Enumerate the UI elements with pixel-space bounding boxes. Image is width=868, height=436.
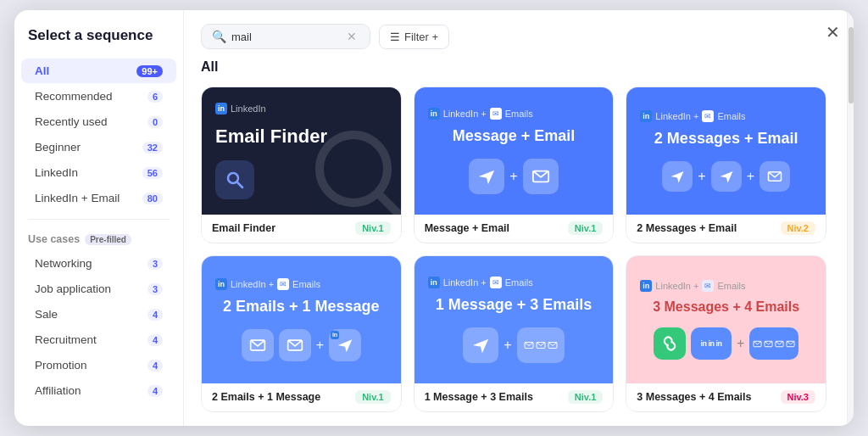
email-icon [523, 159, 559, 194]
plus-icon: + [698, 169, 705, 184]
email-icon: ✉ [490, 277, 502, 288]
search-bar: 🔍 ✕ ☰ Filter + [201, 24, 830, 49]
send-icon [463, 327, 498, 363]
prefilled-badge: Pre-filled [85, 234, 131, 245]
card-footer: Email Finder Niv.1 [202, 215, 401, 242]
card-platform: in LinkedIn + ✉ Emails [640, 110, 812, 122]
card-2-emails-1-message[interactable]: in LinkedIn + ✉ Emails 2 Emails + 1 Mess… [201, 255, 402, 412]
email-icon: ✉ [702, 110, 714, 122]
email-icon: ✉ [702, 280, 714, 292]
card-name-label: Email Finder [212, 222, 275, 234]
sidebar-item-recently-used-label: Recently used [35, 115, 108, 128]
send-icon2 [711, 161, 742, 192]
card-1-message-3-emails[interactable]: in LinkedIn + ✉ Emails 1 Message + 3 Ema… [414, 255, 615, 412]
plus-icon: + [737, 336, 744, 351]
sidebar-item-recently-used-count: 0 [147, 116, 163, 128]
card-icons: + + [662, 161, 790, 192]
plus-icon: + [316, 338, 324, 353]
send-icon: in [329, 329, 361, 361]
card-2-messages-1-email[interactable]: in LinkedIn + ✉ Emails 2 Messages + Emai… [626, 87, 826, 243]
send-icon [469, 159, 504, 194]
close-button[interactable]: ✕ [826, 24, 840, 41]
sidebar-item-all-count: 99+ [136, 65, 163, 77]
cards-grid: in LinkedIn Email Finder [201, 87, 830, 412]
card-title: 2 Emails + 1 Message [223, 297, 380, 316]
sidebar-item-affiliation[interactable]: Affiliation 4 [21, 378, 176, 403]
linkedin-icon: in [428, 277, 440, 288]
plus-icon: + [509, 169, 517, 184]
sidebar-item-recommended-count: 6 [147, 91, 163, 103]
sidebar-item-linkedin-label: LinkedIn [35, 166, 78, 179]
sidebar-item-promotion[interactable]: Promotion 4 [21, 353, 176, 377]
emails3-icon [517, 327, 565, 363]
sidebar-item-networking[interactable]: Networking 3 [21, 251, 176, 276]
main-content: 🔍 ✕ ☰ Filter + All in LinkedIn [184, 10, 847, 426]
card-platform: in LinkedIn [215, 103, 387, 115]
use-cases-label: Use cases Pre-filled [14, 228, 183, 250]
card-icons [215, 160, 254, 199]
sidebar-item-linkedin-email-label: LinkedIn + Email [35, 192, 120, 204]
send3-icon: in in in [691, 327, 732, 360]
email-icon1 [242, 329, 274, 361]
email-icon [760, 161, 790, 192]
link-icon [654, 327, 686, 360]
emails4-icon [749, 327, 798, 360]
card-footer: 2 Emails + 1 Message Niv.1 [202, 383, 401, 411]
search-input[interactable] [231, 31, 342, 43]
card-platform: in LinkedIn + ✉ Emails [215, 278, 387, 290]
card-name-label: 2 Messages + Email [637, 222, 737, 234]
linkedin-small-icon: in [331, 331, 339, 339]
card-message-email[interactable]: in LinkedIn + ✉ Emails Message + Email + [414, 87, 615, 243]
card-title: 3 Messages + 4 Emails [653, 299, 799, 316]
sidebar-item-recruitment[interactable]: Recruitment 4 [21, 327, 176, 352]
sidebar-item-job-application[interactable]: Job application 3 [21, 277, 176, 301]
sidebar-item-all[interactable]: All 99+ [21, 59, 176, 83]
filter-icon: ☰ [390, 31, 400, 43]
email-icon2 [279, 329, 311, 361]
card-level-badge: Niv.3 [781, 390, 815, 404]
linkedin-icon: in [215, 103, 227, 115]
scrollbar-track[interactable] [847, 10, 854, 426]
card-title: 1 Message + 3 Emails [436, 295, 593, 315]
sidebar-item-all-label: All [35, 64, 49, 77]
svg-line-3 [379, 194, 401, 215]
card-level-badge: Niv.1 [568, 221, 603, 235]
card-title: 2 Messages + Email [654, 129, 798, 148]
card-icons: + [469, 159, 558, 194]
section-title: All [201, 59, 830, 75]
card-name-label: 2 Emails + 1 Message [212, 391, 320, 403]
plus-icon: + [504, 338, 511, 353]
plus-icon2: + [747, 169, 754, 184]
sidebar-item-recommended[interactable]: Recommended 6 [21, 84, 176, 109]
scrollbar-thumb[interactable] [849, 27, 854, 103]
email-icon: ✉ [490, 108, 502, 120]
card-icons: in in in + [654, 327, 798, 360]
card-level-badge: Niv.1 [568, 390, 603, 404]
linkedin-icon: in [215, 278, 227, 290]
sidebar-item-linkedin-email-count: 80 [142, 193, 163, 204]
card-footer: 3 Messages + 4 Emails Niv.3 [626, 383, 826, 411]
sidebar-item-sale[interactable]: Sale 4 [21, 302, 176, 327]
sidebar-item-linkedin[interactable]: LinkedIn 56 [21, 160, 176, 185]
linkedin-icon: in [428, 108, 440, 120]
sidebar-item-beginner-label: Beginner [35, 141, 81, 154]
search-wrap: 🔍 ✕ [201, 24, 370, 49]
card-icons: + in [242, 329, 361, 361]
card-email-finder[interactable]: in LinkedIn Email Finder [201, 87, 402, 243]
card-3-messages-4-emails[interactable]: in LinkedIn + ✉ Emails 3 Messages + 4 Em… [626, 255, 826, 412]
sidebar-item-beginner[interactable]: Beginner 32 [21, 135, 176, 159]
linkedin-icon: in [640, 110, 652, 122]
clear-search-button[interactable]: ✕ [347, 31, 357, 42]
card-level-badge: Niv.2 [781, 221, 815, 235]
svg-line-1 [237, 182, 242, 187]
sidebar-item-linkedin-email[interactable]: LinkedIn + Email 80 [21, 186, 176, 210]
card-footer: Message + Email Niv.1 [415, 215, 614, 242]
filter-button[interactable]: ☰ Filter + [379, 25, 449, 49]
sidebar-divider [28, 219, 170, 220]
email-icon: ✉ [277, 278, 289, 290]
sidebar-item-linkedin-count: 56 [142, 167, 163, 179]
card-footer: 2 Messages + Email Niv.2 [626, 215, 826, 242]
sidebar-item-recently-used[interactable]: Recently used 0 [21, 109, 176, 134]
card-platform: in LinkedIn + ✉ Emails [428, 108, 600, 120]
card-icons: + [463, 327, 564, 363]
